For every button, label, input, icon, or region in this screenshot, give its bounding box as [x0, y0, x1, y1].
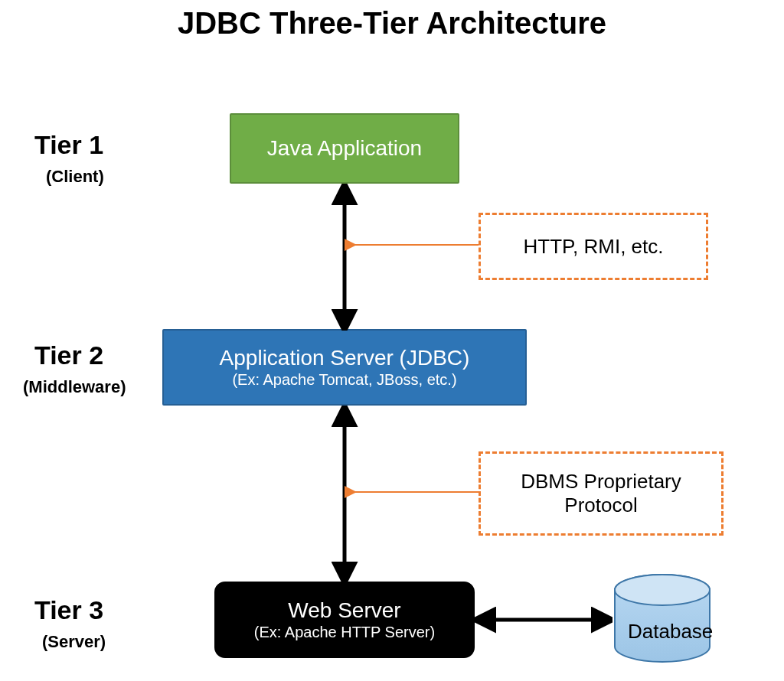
java-application-label: Java Application [267, 136, 422, 161]
protocol-callout-top-text: HTTP, RMI, etc. [524, 235, 664, 259]
tier2-sublabel: (Middleware) [23, 377, 126, 397]
application-server-label: Application Server (JDBC) [220, 346, 470, 370]
arrow-callout-bottom [345, 481, 482, 503]
protocol-callout-top: HTTP, RMI, etc. [479, 213, 708, 280]
web-server-box: Web Server (Ex: Apache HTTP Server) [214, 582, 475, 658]
tier1-label: Tier 1 [34, 130, 103, 160]
database-label: Database [628, 620, 713, 644]
application-server-box: Application Server (JDBC) (Ex: Apache To… [162, 329, 527, 406]
web-server-sublabel: (Ex: Apache HTTP Server) [254, 624, 435, 641]
diagram-canvas: JDBC Three-Tier Architecture Tier 1 (Cli… [0, 0, 784, 681]
protocol-callout-bottom-text: DBMS Proprietary Protocol [521, 470, 681, 517]
svg-point-1 [615, 575, 710, 605]
tier2-label: Tier 2 [34, 340, 103, 370]
protocol-callout-bottom: DBMS Proprietary Protocol [479, 451, 724, 536]
tier1-sublabel: (Client) [46, 167, 104, 187]
arrow-callout-top [345, 233, 482, 256]
java-application-box: Java Application [230, 113, 459, 184]
arrow-tier1-tier2 [329, 184, 360, 331]
tier3-sublabel: (Server) [42, 632, 106, 652]
application-server-sublabel: (Ex: Apache Tomcat, JBoss, etc.) [232, 371, 456, 389]
tier3-label: Tier 3 [34, 595, 103, 625]
diagram-title: JDBC Three-Tier Architecture [0, 6, 784, 41]
web-server-label: Web Server [288, 598, 400, 623]
arrow-webserver-database [475, 604, 612, 635]
